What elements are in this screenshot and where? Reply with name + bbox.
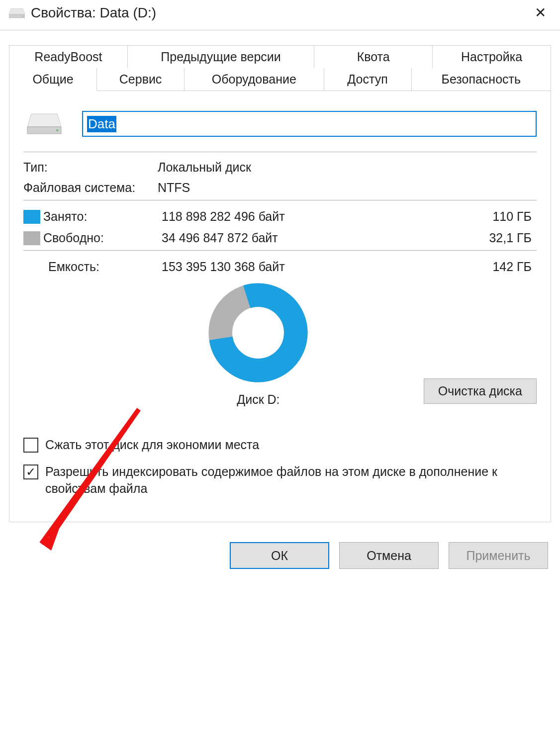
svg-point-2: [22, 16, 23, 17]
free-bytes: 34 496 847 872 байт: [148, 231, 462, 245]
free-gb: 32,1 ГБ: [462, 231, 537, 245]
filesystem-value: NTFS: [158, 181, 537, 195]
tab-security[interactable]: Безопасность: [412, 68, 551, 91]
svg-line-9: [50, 409, 139, 538]
tab-sharing[interactable]: Доступ: [324, 68, 412, 91]
used-label: Занято:: [43, 209, 148, 224]
type-value: Локальный диск: [158, 160, 537, 175]
type-label: Тип:: [23, 160, 158, 175]
used-swatch-icon: [23, 210, 40, 224]
tab-hardware[interactable]: Оборудование: [185, 68, 324, 91]
window-title: Свойства: Data (D:): [31, 5, 531, 21]
disk-label: Диск D:: [237, 392, 280, 407]
tab-quota[interactable]: Квота: [314, 45, 433, 69]
tab-previous-versions[interactable]: Предыдущие версии: [128, 45, 314, 69]
svg-marker-3: [27, 114, 61, 127]
tab-general[interactable]: Общие: [9, 68, 97, 91]
tab-customize[interactable]: Настройка: [433, 45, 551, 69]
used-gb: 110 ГБ: [462, 209, 537, 224]
svg-point-5: [56, 129, 58, 131]
volume-name-value: Data: [87, 116, 116, 132]
volume-name-input[interactable]: Data: [82, 111, 537, 137]
free-label: Свободно:: [43, 231, 148, 245]
disk-cleanup-button[interactable]: Очистка диска: [424, 378, 537, 404]
ok-button[interactable]: ОК: [230, 542, 329, 569]
annotation-arrow-icon: [24, 404, 154, 559]
filesystem-label: Файловая система:: [23, 181, 158, 195]
svg-rect-4: [27, 127, 61, 134]
apply-button[interactable]: Применить: [449, 542, 548, 569]
general-panel: Data Тип: Локальный диск Файловая систем…: [9, 91, 551, 522]
tab-strip: ReadyBoost Предыдущие версии Квота Настр…: [9, 45, 551, 91]
drive-icon-large: [26, 112, 62, 136]
svg-marker-0: [9, 8, 25, 14]
tab-tools[interactable]: Сервис: [97, 68, 185, 91]
cancel-button[interactable]: Отмена: [339, 542, 439, 569]
capacity-label: Емкость:: [23, 260, 148, 274]
capacity-gb: 142 ГБ: [462, 260, 537, 274]
tab-readyboost[interactable]: ReadyBoost: [9, 45, 128, 69]
titlebar: Свойства: Data (D:) ✕: [0, 0, 560, 30]
close-icon[interactable]: ✕: [531, 6, 550, 20]
free-swatch-icon: [23, 231, 40, 245]
drive-icon: [9, 7, 25, 18]
used-bytes: 118 898 282 496 байт: [148, 209, 462, 224]
usage-donut-chart: [208, 283, 308, 382]
capacity-bytes: 153 395 130 368 байт: [148, 260, 462, 274]
